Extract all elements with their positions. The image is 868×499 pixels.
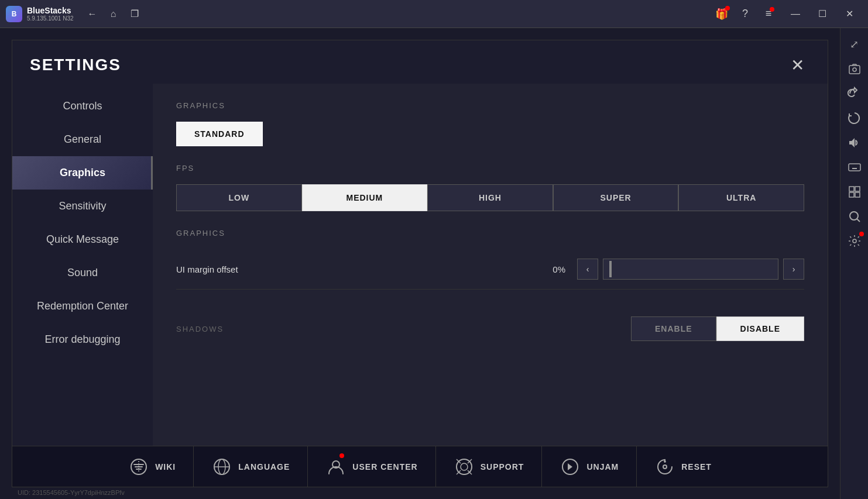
shadows-label: SHADOWS (176, 325, 631, 333)
nav-item-redemption-center[interactable]: Redemption Center (12, 290, 153, 323)
logo-icon: B (6, 6, 22, 22)
slider-thumb (609, 261, 612, 277)
svg-point-14 (853, 239, 856, 243)
svg-rect-11 (855, 192, 860, 197)
expand-button[interactable]: ⤢ (843, 33, 866, 56)
uid-bar: UID: 2315545605-YyrY7dpiHnzzBPfv (18, 489, 125, 496)
minimize-button[interactable]: — (783, 5, 808, 23)
quality-standard-btn[interactable]: STANDARD (176, 122, 263, 146)
top-bar: B BlueStacks 5.9.135.1001 N32 ← ⌂ ❐ 🎁 ? … (0, 0, 868, 28)
nav-item-error-debugging[interactable]: Error debugging (12, 323, 153, 356)
user-center-button[interactable]: USER CENTER (308, 446, 435, 487)
slider-left-btn[interactable]: ‹ (577, 259, 598, 280)
macro-button[interactable] (843, 180, 866, 204)
quality-btn-group: STANDARD (176, 122, 804, 146)
volume-button[interactable] (843, 131, 866, 154)
right-sidebar: ⤢ (840, 28, 868, 499)
uid-text: UID: 2315545605-YyrY7dpiHnzzBPfv (18, 489, 125, 496)
slider-track[interactable] (603, 259, 778, 280)
ui-margin-label: UI margin offset (176, 264, 536, 274)
svg-point-26 (663, 465, 667, 469)
language-label: LANGUAGE (238, 462, 290, 472)
svg-rect-2 (849, 164, 860, 171)
settings-dialog: SETTINGS ✕ Controls General Graphics Sen… (12, 40, 828, 487)
wiki-button[interactable]: WIKI (111, 446, 194, 487)
gift-button[interactable]: 🎁 (712, 5, 731, 23)
reset-icon (654, 456, 675, 477)
top-actions: 🎁 ? ≡ (712, 5, 778, 23)
nav-item-general[interactable]: General (12, 123, 153, 156)
slider-right-btn[interactable]: › (783, 259, 804, 280)
app-name: BlueStacks (27, 6, 74, 15)
wiki-label: WIKI (155, 462, 176, 472)
unjam-icon (560, 456, 581, 477)
fps-btn-group: LOW MEDIUM HIGH SUPER ULTRA (176, 184, 804, 211)
svg-rect-9 (855, 187, 860, 191)
main-content: SETTINGS ✕ Controls General Graphics Sen… (0, 28, 840, 499)
nav-item-graphics[interactable]: Graphics (12, 156, 153, 190)
menu-button[interactable]: ≡ (759, 5, 778, 23)
language-icon (211, 456, 232, 477)
rotate-button[interactable] (843, 106, 866, 130)
shadows-enable-btn[interactable]: ENABLE (631, 316, 716, 341)
nav-item-controls[interactable]: Controls (12, 90, 153, 123)
window-controls: — ☐ ✕ (783, 5, 862, 23)
nav-item-sound[interactable]: Sound (12, 256, 153, 290)
svg-point-20 (461, 463, 468, 470)
ui-margin-row: UI margin offset 0% ‹ › (176, 249, 804, 290)
wiki-icon (128, 456, 149, 477)
back-button[interactable]: ← (83, 5, 102, 23)
unjam-button[interactable]: UNJAM (542, 446, 637, 487)
nav-buttons: ← ⌂ ❐ (83, 5, 144, 23)
settings-close-button[interactable]: ✕ (784, 52, 810, 78)
fps-ultra-btn[interactable]: ULTRA (678, 184, 804, 211)
settings-body: Controls General Graphics Sensitivity Qu… (12, 84, 828, 446)
refresh-button[interactable] (843, 82, 866, 105)
shadows-toggle-group: ENABLE DISABLE (631, 316, 804, 341)
nav-item-quick-message[interactable]: Quick Message (12, 223, 153, 256)
multi-button[interactable]: ❐ (125, 5, 144, 23)
screenshot-button[interactable] (843, 57, 866, 81)
reset-label: RESET (681, 462, 712, 472)
settings-content: GRAPHICS STANDARD FPS LOW MEDIUM HIGH SU… (153, 84, 828, 446)
fps-super-btn[interactable]: SUPER (553, 184, 679, 211)
svg-line-13 (857, 219, 860, 222)
shadows-row: SHADOWS ENABLE DISABLE (176, 307, 804, 350)
fps-high-btn[interactable]: HIGH (427, 184, 553, 211)
svg-rect-10 (849, 192, 854, 197)
slider-controls: ‹ › (577, 259, 804, 280)
reset-button[interactable]: RESET (637, 446, 729, 487)
language-button[interactable]: LANGUAGE (194, 446, 308, 487)
bottom-bar: WIKI LANGUAGE (12, 446, 828, 487)
svg-point-12 (850, 212, 858, 220)
support-button[interactable]: SUPPORT (436, 446, 543, 487)
gift-badge (725, 6, 730, 11)
settings-title-bar: SETTINGS ✕ (12, 40, 828, 84)
quality-section-label: GRAPHICS (176, 101, 804, 110)
nav-item-sensitivity[interactable]: Sensitivity (12, 190, 153, 223)
settings-badge (859, 232, 864, 236)
support-icon (454, 456, 475, 477)
search-button[interactable] (843, 205, 866, 228)
settings-nav: Controls General Graphics Sensitivity Qu… (12, 84, 153, 446)
fps-section-label: FPS (176, 164, 804, 173)
app-version: 5.9.135.1001 N32 (27, 15, 74, 22)
support-label: SUPPORT (481, 462, 524, 472)
shadows-disable-btn[interactable]: DISABLE (716, 316, 804, 341)
unjam-label: UNJAM (586, 462, 619, 472)
settings-title: SETTINGS (30, 56, 121, 74)
home-button[interactable]: ⌂ (104, 5, 123, 23)
graphics-section-label: GRAPHICS (176, 229, 804, 238)
keyboard-button[interactable] (843, 156, 866, 179)
fps-low-btn[interactable]: LOW (176, 184, 302, 211)
fps-medium-btn[interactable]: MEDIUM (302, 184, 428, 211)
graphics-section: UI margin offset 0% ‹ › (176, 249, 804, 290)
settings-right-button[interactable] (843, 229, 866, 253)
user-center-icon (325, 456, 346, 477)
svg-point-1 (853, 68, 856, 71)
menu-badge (770, 7, 774, 12)
maximize-button[interactable]: ☐ (809, 5, 835, 23)
app-logo: B BlueStacks 5.9.135.1001 N32 (6, 6, 74, 22)
window-close-button[interactable]: ✕ (836, 5, 862, 23)
help-button[interactable]: ? (736, 5, 754, 23)
